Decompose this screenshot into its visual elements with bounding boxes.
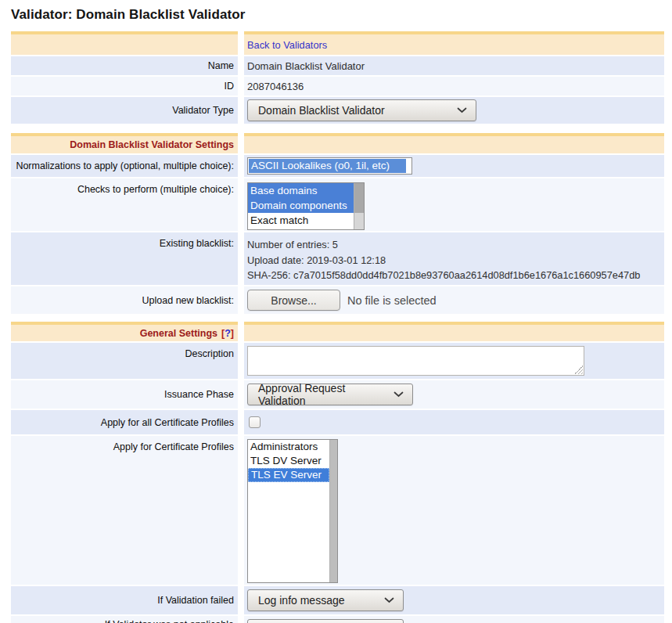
checks-option[interactable]: Exact match [248,213,354,228]
validator-not-applicable-select[interactable] [247,619,404,623]
table-row: Domain Blacklist Validator Settings [11,133,664,153]
blacklist-upload-date: Upload date: 2019-03-01 12:18 [247,253,640,268]
normalizations-select[interactable]: ASCII Lookalikes (o0, 1il, etc) [247,157,412,175]
profile-option[interactable]: Administrators [248,440,329,454]
validator-type-cell: Domain Blacklist Validator [244,97,664,124]
validation-failed-cell: Log info message [244,586,664,614]
apply-profiles-cell: Administrators TLS DV Server TLS EV Serv… [244,436,664,585]
description-cell [244,343,664,379]
page-title: Validator: Domain Blacklist Validator [11,7,672,23]
table-row: Upload new blacklist: Browse... No file … [11,286,664,314]
apply-all-profiles-checkbox[interactable] [249,416,261,428]
validation-failed-select[interactable]: Log info message [247,589,404,611]
table-row: Back to Validators [11,31,664,55]
description-label: Description [11,343,238,379]
table-row: Name Domain Blacklist Validator [11,56,664,75]
browse-button[interactable]: Browse... [247,290,340,311]
table-row: Checks to perform (multiple choice): Bas… [11,178,664,231]
issuance-phase-selected-value: Approval Request Validation [258,382,386,407]
id-value: 2087046136 [244,77,664,95]
blacklist-sha256: SHA-256: c7a7015f58dd0dd4fb7021b8e93760a… [247,268,640,283]
description-textarea[interactable] [247,346,584,376]
validator-edit-page: Validator: Domain Blacklist Validator Ba… [0,0,672,623]
resize-handle-icon[interactable] [574,366,583,374]
chevron-down-icon [393,391,404,398]
scrollbar[interactable] [354,183,364,229]
blacklist-entries-count: Number of entries: 5 [247,237,640,253]
name-label: Name [11,56,238,75]
table-row: If Validation failed Log info message [11,586,664,614]
validator-not-applicable-cell [244,616,664,623]
header-spacer-cell [11,31,238,55]
validator-type-label: Validator Type [11,97,238,124]
profile-option[interactable]: TLS DV Server [248,454,329,468]
table-row: ID 2087046136 [11,77,664,95]
existing-blacklist-label: Existing blacklist: [11,232,238,285]
table-row: Normalizations to apply (optional, multi… [11,155,664,177]
checks-cell: Base domains Domain components Exact mat… [244,178,664,231]
general-settings-table: General Settings [?] Description Issuanc… [11,322,664,623]
help-link[interactable]: ? [225,328,231,339]
validator-identity-table: Back to Validators Name Domain Blacklist… [11,31,664,124]
scrollbar-thumb[interactable] [330,440,337,582]
table-row: Existing blacklist: Number of entries: 5… [11,232,664,285]
normalizations-selected-option[interactable]: ASCII Lookalikes (o0, 1il, etc) [249,159,406,173]
apply-all-profiles-label: Apply for all Certificate Profiles [11,410,238,434]
table-row: Validator Type Domain Blacklist Validato… [11,97,664,124]
validator-type-select[interactable]: Domain Blacklist Validator [247,99,476,121]
upload-blacklist-cell: Browse... No file is selected [244,286,664,314]
table-row: Apply for Certificate Profiles Administr… [11,436,664,585]
existing-blacklist-cell: Number of entries: 5 Upload date: 2019-0… [244,232,664,285]
scrollbar-thumb[interactable] [354,183,364,213]
table-row: Issuance Phase Approval Request Validati… [11,380,664,409]
table-row: If Validator was not applicable [11,616,664,623]
normalizations-label: Normalizations to apply (optional, multi… [11,155,238,177]
validator-type-selected-value: Domain Blacklist Validator [258,104,385,117]
scrollbar[interactable] [329,440,337,582]
blacklist-settings-header: Domain Blacklist Validator Settings [11,133,238,153]
help-bracket-close: ] [231,328,234,339]
blacklist-settings-table: Domain Blacklist Validator Settings Norm… [11,133,664,314]
profile-option[interactable]: TLS EV Server [248,468,329,482]
issuance-phase-select[interactable]: Approval Request Validation [247,384,413,405]
normalizations-cell: ASCII Lookalikes (o0, 1il, etc) [244,155,664,177]
apply-all-profiles-cell [244,410,664,434]
issuance-phase-cell: Approval Request Validation [244,380,664,409]
chevron-down-icon [384,597,394,603]
header-spacer-cell [244,133,664,153]
issuance-phase-label: Issuance Phase [11,380,238,409]
section-title: General Settings [140,328,217,339]
id-label: ID [11,77,238,95]
checks-listbox[interactable]: Base domains Domain components Exact mat… [247,182,365,230]
chevron-down-icon [457,107,467,113]
no-file-selected-text: No file is selected [347,294,437,307]
checks-option[interactable]: Domain components [248,198,354,213]
header-link-cell: Back to Validators [244,31,664,55]
upload-blacklist-label: Upload new blacklist: [11,286,238,314]
certificate-profiles-listbox[interactable]: Administrators TLS DV Server TLS EV Serv… [247,439,338,583]
back-to-validators-link[interactable]: Back to Validators [247,39,327,51]
general-settings-header: General Settings [?] [11,322,238,341]
table-row: Apply for all Certificate Profiles [11,410,664,434]
table-row: General Settings [?] [11,322,664,341]
checks-option[interactable]: Base domains [248,183,354,198]
validation-failed-label: If Validation failed [11,586,238,614]
name-value: Domain Blacklist Validator [244,56,664,75]
table-row: Description [11,343,664,379]
section-title: Domain Blacklist Validator Settings [70,139,234,150]
existing-blacklist-info: Number of entries: 5 Upload date: 2019-0… [247,236,640,283]
validation-failed-selected-value: Log info message [258,594,345,607]
header-spacer-cell [244,322,664,341]
apply-profiles-label: Apply for Certificate Profiles [11,436,238,585]
checks-label: Checks to perform (multiple choice): [11,178,238,231]
validator-not-applicable-label: If Validator was not applicable [11,616,238,623]
